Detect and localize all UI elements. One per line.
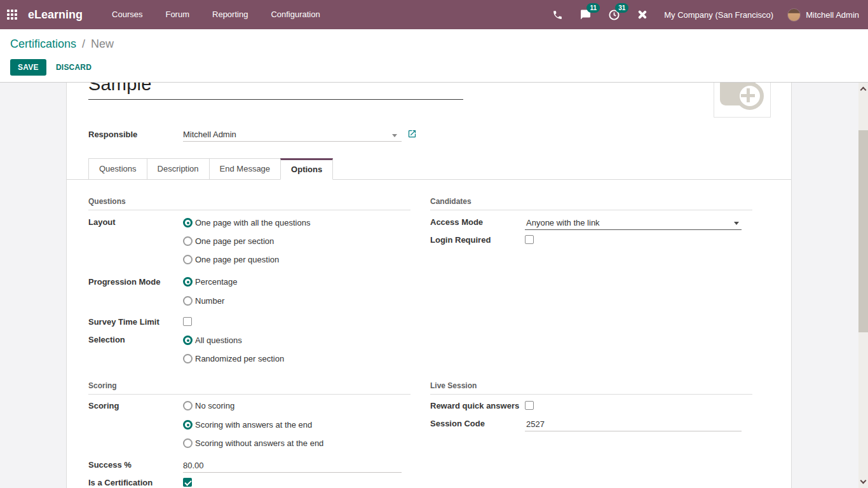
layout-option-label[interactable]: One page with all the questions bbox=[195, 218, 310, 227]
access-mode-label: Access Mode bbox=[430, 217, 483, 227]
save-button[interactable]: SAVE bbox=[10, 59, 46, 76]
breadcrumb: Certifications / New bbox=[10, 37, 114, 51]
developer-tools-icon bbox=[637, 9, 648, 20]
apps-menu-button[interactable] bbox=[0, 0, 24, 29]
app-name[interactable]: eLearning bbox=[28, 8, 83, 22]
activities-button[interactable]: 31 bbox=[608, 9, 620, 21]
phone-icon bbox=[552, 10, 563, 20]
scoring-option-label[interactable]: No scoring bbox=[195, 401, 234, 410]
vertical-scrollbar[interactable] bbox=[858, 83, 868, 488]
tab-description[interactable]: Description bbox=[147, 158, 210, 180]
company-switcher[interactable]: My Company (San Francisco) bbox=[664, 10, 773, 20]
voip-button[interactable] bbox=[552, 10, 563, 20]
breadcrumb-current: New bbox=[91, 37, 114, 50]
login-required-checkbox[interactable] bbox=[525, 235, 534, 244]
form-view-background: Sample Responsible Mitchell Admin Questi… bbox=[0, 83, 868, 488]
layout-radio-one-page-all[interactable] bbox=[183, 218, 193, 227]
messages-button[interactable]: 11 bbox=[580, 9, 592, 20]
layout-radio-per-section[interactable] bbox=[183, 236, 193, 246]
session-code-label: Session Code bbox=[430, 419, 485, 428]
menu-configuration[interactable]: Configuration bbox=[259, 0, 331, 29]
progression-option-label[interactable]: Number bbox=[195, 296, 224, 306]
layout-label: Layout bbox=[88, 217, 116, 227]
progression-radio-percentage[interactable] bbox=[183, 277, 193, 287]
external-link-icon[interactable] bbox=[407, 129, 417, 139]
scoring-section-title: Scoring bbox=[88, 381, 117, 390]
navbar-systray: 11 31 My Company (San Francisco) Mitchel… bbox=[544, 8, 868, 22]
title-underline bbox=[88, 99, 463, 100]
discard-button[interactable]: DISCARD bbox=[52, 59, 95, 76]
candidates-section-title: Candidates bbox=[430, 197, 471, 206]
scroll-up-arrow-icon[interactable] bbox=[860, 87, 867, 93]
menu-reporting[interactable]: Reporting bbox=[201, 0, 259, 29]
scoring-option-label[interactable]: Scoring without answers at the end bbox=[195, 438, 323, 448]
live-session-section-title: Live Session bbox=[430, 381, 477, 390]
user-avatar[interactable] bbox=[787, 8, 801, 22]
layout-radio-per-question[interactable] bbox=[183, 255, 193, 264]
tab-end-message[interactable]: End Message bbox=[209, 158, 281, 180]
menu-forum[interactable]: Forum bbox=[154, 0, 201, 29]
layout-option-label[interactable]: One page per question bbox=[195, 255, 279, 264]
reward-quick-answers-label: Reward quick answers bbox=[430, 401, 519, 410]
selection-option-label[interactable]: Randomized per section bbox=[195, 354, 284, 363]
tab-options[interactable]: Options bbox=[280, 158, 333, 180]
top-navbar: eLearning Courses Forum Reporting Config… bbox=[0, 0, 868, 29]
layout-option-label[interactable]: One page per section bbox=[195, 236, 274, 246]
access-mode-caret[interactable] bbox=[734, 222, 739, 225]
apps-grid-icon bbox=[7, 10, 17, 20]
is-certification-checkbox[interactable] bbox=[183, 478, 192, 487]
scoring-radio-without-answers[interactable] bbox=[183, 438, 193, 448]
responsible-dropdown-caret[interactable] bbox=[392, 134, 397, 137]
messages-count-badge: 11 bbox=[587, 3, 600, 13]
activities-count-badge: 31 bbox=[615, 3, 628, 13]
menu-courses[interactable]: Courses bbox=[100, 0, 154, 29]
breadcrumb-separator: / bbox=[82, 37, 85, 50]
survey-title-input[interactable]: Sample bbox=[88, 83, 152, 95]
scoring-label: Scoring bbox=[88, 401, 119, 410]
selection-option-label[interactable]: All questions bbox=[195, 336, 242, 345]
questions-section-title: Questions bbox=[88, 197, 126, 206]
tab-questions[interactable]: Questions bbox=[88, 158, 147, 180]
scoring-option-label[interactable]: Scoring with answers at the end bbox=[195, 420, 312, 430]
notebook-tabs: Questions Description End Message Option… bbox=[67, 158, 792, 180]
scoring-radio-no-scoring[interactable] bbox=[183, 401, 193, 410]
survey-time-limit-checkbox[interactable] bbox=[183, 317, 192, 326]
user-menu[interactable]: Mitchell Admin bbox=[806, 10, 859, 20]
form-sheet: Sample Responsible Mitchell Admin Questi… bbox=[66, 83, 792, 488]
selection-label: Selection bbox=[88, 335, 125, 344]
scrollbar-thumb[interactable] bbox=[858, 130, 868, 332]
scroll-down-arrow-icon[interactable] bbox=[860, 478, 867, 484]
responsible-label: Responsible bbox=[88, 130, 137, 139]
scoring-radio-with-answers[interactable] bbox=[183, 420, 193, 430]
breadcrumb-certifications-link[interactable]: Certifications bbox=[10, 37, 76, 50]
control-panel: Certifications / New SAVE DISCARD bbox=[0, 29, 868, 83]
selection-radio-randomized[interactable] bbox=[183, 354, 193, 363]
reward-quick-answers-checkbox[interactable] bbox=[525, 401, 534, 410]
progression-option-label[interactable]: Percentage bbox=[195, 277, 238, 287]
login-required-label: Login Required bbox=[430, 235, 491, 245]
debug-tools-button[interactable] bbox=[637, 9, 648, 20]
progression-radio-number[interactable] bbox=[183, 296, 193, 306]
progression-mode-label: Progression Mode bbox=[88, 277, 160, 287]
survey-time-limit-label: Survey Time Limit bbox=[88, 317, 159, 327]
image-upload-placeholder[interactable] bbox=[714, 83, 771, 118]
selection-radio-all-questions[interactable] bbox=[183, 336, 193, 345]
success-pct-label: Success % bbox=[88, 460, 132, 470]
is-certification-label: Is a Certification bbox=[88, 478, 153, 487]
